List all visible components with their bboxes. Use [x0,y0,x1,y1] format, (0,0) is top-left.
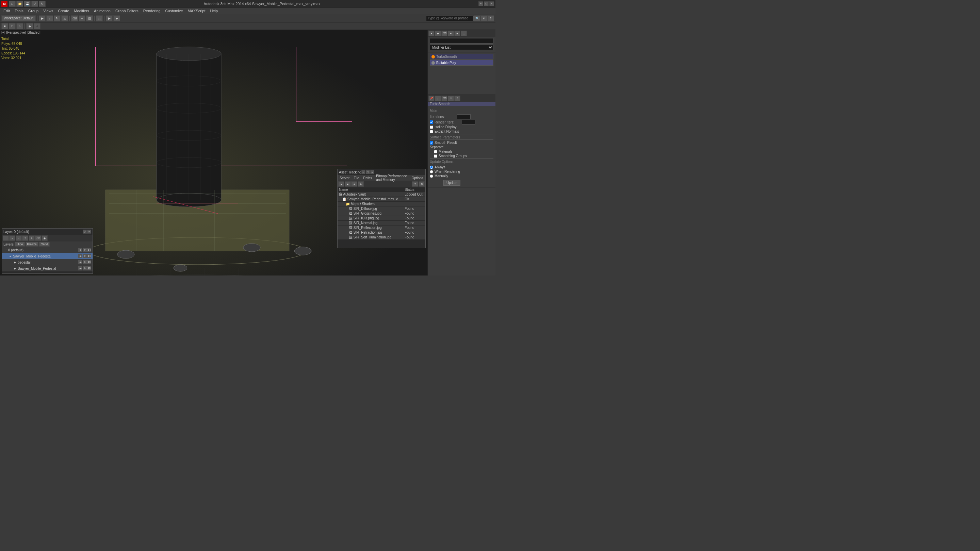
layers-down-btn[interactable]: ⇩ [29,235,35,241]
mod-del-btn[interactable]: ⌫ [441,95,447,101]
layer-item[interactable]: ⚏0 (default)👁❄🎞 [2,247,92,253]
mirror-btn[interactable]: ↔ [79,15,86,21]
object-name-input[interactable]: pedestal [430,38,493,43]
render-iters-checkbox[interactable] [430,121,433,124]
window-controls[interactable]: − □ × [479,2,494,6]
layer-item[interactable]: ▶Sawyer_Mobile_Pedestal👁❄🎞 [2,265,92,272]
layer-item[interactable]: ▲Sawyer_Mobile_Pedestal👁❄🎞 [2,253,92,259]
panel-btn-2[interactable]: ◆ [435,30,441,36]
menu-modifiers[interactable]: Modifiers [72,8,91,13]
rotate-btn[interactable]: ↻ [54,15,60,21]
asset-menu-server[interactable]: Server [337,176,352,180]
render-scene-btn[interactable]: ▶ [106,15,113,21]
asset-menu-file[interactable]: File [352,176,361,180]
materials-checkbox[interactable] [434,150,437,153]
panel-btn-1[interactable]: ♦ [428,30,434,36]
menu-customize[interactable]: Customize [163,8,185,13]
snap-btn[interactable]: ⌫ [71,15,78,21]
layers-del-btn[interactable]: − [16,235,22,241]
layer-item[interactable]: ▶pedestal👁❄🎞 [2,259,92,265]
layer-freeze-ctrl[interactable]: ❄ [83,248,87,252]
asset-btn-1[interactable]: ● [338,181,344,187]
asset-row[interactable]: 🖼 SIR_Reflection.jpgFound [337,225,425,230]
layer-render-ctrl[interactable]: 🎞 [87,254,91,258]
tb2-btn1[interactable]: ■ [2,23,8,29]
layers-select-btn[interactable]: ⌫ [35,235,41,241]
search-box[interactable]: 🔍 ▼ ? [426,15,494,21]
render-iters-input[interactable]: 2 [462,120,476,124]
layers-rend-btn[interactable]: Rend [39,242,50,246]
layers-hide-btn[interactable]: Hide [15,242,25,246]
menu-help[interactable]: Help [208,8,220,13]
menu-animation[interactable]: Animation [92,8,113,13]
layers-scrollbar[interactable] [2,272,92,273]
modifier-editable-poly[interactable]: Editable Poly [430,60,493,66]
layers-help-btn[interactable]: ? [83,230,87,233]
align-btn[interactable]: ▧ [86,15,93,21]
panel-btn-6[interactable]: ⚏ [461,30,467,36]
save-btn[interactable]: 💾 [24,1,30,7]
asset-row[interactable]: 🖼 SIR_Diffuse.jpgFound [337,206,425,211]
when-rendering-radio[interactable] [430,170,433,173]
open-btn[interactable]: 📁 [16,1,23,7]
menu-graph-editors[interactable]: Graph Editors [113,8,140,13]
mod-up-btn[interactable]: ⇧ [448,95,454,101]
layer-freeze-ctrl[interactable]: ❄ [83,266,87,270]
asset-help-btn[interactable]: ? [412,181,418,187]
update-button[interactable]: Update [443,180,460,186]
menu-views[interactable]: Views [41,8,55,13]
menu-tools[interactable]: Tools [13,8,25,13]
menu-edit[interactable]: Edit [2,8,12,13]
tb2-btn2[interactable]: □ [9,23,16,29]
menu-group[interactable]: Group [26,8,41,13]
layer-render-ctrl[interactable]: 🎞 [87,260,91,264]
asset-row[interactable]: 🏛 Autodesk VaultLogged Out [337,192,425,197]
layers-add-btn[interactable]: × [9,235,15,241]
asset-row[interactable]: 🖼 SIR_Refraction.jpgFound [337,230,425,235]
asset-row[interactable]: 📋 Sawyer_Mobile_Pedestal_max_vray.maxOk [337,197,425,202]
search-btn[interactable]: 🔍 [474,15,480,21]
maximize-btn[interactable]: □ [484,2,488,6]
search-input[interactable] [426,16,474,21]
layer-vis-ctrl[interactable]: 👁 [78,266,82,270]
modifier-list-dropdown[interactable]: Modifier List [430,44,493,50]
redo-btn[interactable]: ↻ [39,1,46,7]
tb2-btn4[interactable]: ◆ [26,23,33,29]
panel-btn-4[interactable]: ● [448,30,454,36]
select-btn[interactable]: ▶ [39,15,46,21]
scale-btn[interactable]: △ [61,15,68,21]
asset-btn-2[interactable]: ■ [345,181,351,187]
asset-row[interactable]: 🖼 SIR_Normal.jpgFound [337,221,425,225]
layers-freeze-btn[interactable]: Freeze [25,242,38,246]
asset-btn-3[interactable]: ♠ [351,181,357,187]
asset-row[interactable]: 🖼 SIR_Glossines.jpgFound [337,211,425,216]
asset-menu-paths[interactable]: Paths [361,176,374,180]
iterations-input[interactable]: 0 [457,114,471,119]
smoothing-groups-checkbox[interactable] [434,154,437,158]
asset-minimize-btn[interactable]: − [361,170,366,174]
quick-render-btn[interactable]: ▶ [113,15,120,21]
layer-render-ctrl[interactable]: 🎞 [87,266,91,270]
turbosmooth-header[interactable]: TurboSmooth [428,102,495,106]
layer-vis-ctrl[interactable]: 👁 [78,260,82,264]
tb2-btn5[interactable]: ◾ [34,23,40,29]
asset-close-btn[interactable]: × [370,170,374,174]
help-btn[interactable]: ? [487,15,494,21]
layer-render-ctrl[interactable]: 🎞 [87,248,91,252]
panel-btn-3[interactable]: ⌫ [441,30,447,36]
layer-vis-ctrl[interactable]: 👁 [78,254,82,258]
layer-freeze-ctrl[interactable]: ❄ [83,254,87,258]
mod-configure-btn[interactable]: | [435,95,441,101]
menu-rendering[interactable]: Rendering [141,8,163,13]
search-options-btn[interactable]: ▼ [480,15,487,21]
asset-row[interactable]: 🖼 SIR_IOR.png.jpgFound [337,216,425,221]
minimize-btn[interactable]: − [479,2,483,6]
explicit-normals-checkbox[interactable] [430,130,433,133]
menu-maxscript[interactable]: MAXScript [186,8,208,13]
asset-row[interactable]: 📁 Maps / Shaders [337,202,425,206]
close-btn[interactable]: × [489,2,494,6]
layer-vis-ctrl[interactable]: 👁 [78,248,82,252]
always-radio[interactable] [430,166,433,169]
new-btn[interactable]: □ [9,1,16,7]
panel-btn-5[interactable]: ■ [454,30,460,36]
